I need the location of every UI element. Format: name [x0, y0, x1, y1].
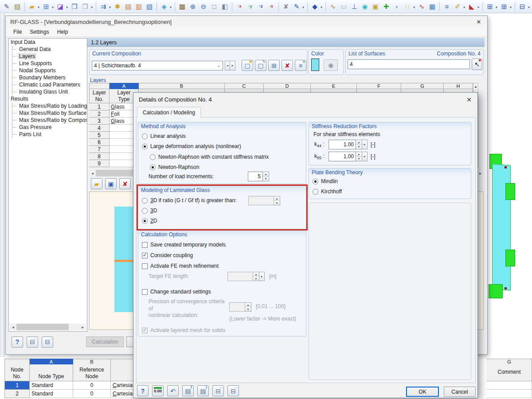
surfaces-input[interactable]: 4 — [348, 59, 470, 69]
sidebar-item-general-data[interactable]: General Data — [12, 46, 87, 53]
column-letter-cell[interactable]: E — [311, 83, 357, 89]
ratio-spinner[interactable]: ▲▼ — [274, 196, 280, 205]
save-layers-button[interactable]: ▣ — [105, 178, 117, 189]
color-palette-button[interactable]: ◉ — [324, 59, 338, 71]
copy-from-composition-button[interactable]: ▤↥ — [182, 385, 194, 396]
relations-icon[interactable]: ∿ — [328, 1, 338, 12]
sidebar-item-climatic-load-parameters[interactable]: Climatic Load Parameters — [12, 81, 87, 88]
scroll-left-icon[interactable]: ◂ — [10, 324, 16, 330]
sidebar-item-max-stress-ratio-by-surface[interactable]: Max Stress/Ratio by Surface — [12, 110, 87, 117]
layer-number-cell[interactable]: 4 — [89, 125, 110, 132]
sidebar-item-layers[interactable]: Layers — [12, 53, 87, 60]
composition-select[interactable]: 4 | Schichtenaufb. 4 ⌄ — [92, 61, 223, 70]
open-layers-button[interactable]: ▰ — [91, 178, 102, 189]
open-model-icon[interactable]: ▰▾ — [27, 1, 37, 12]
help-button[interactable]: ? — [137, 385, 149, 396]
node-number-cell[interactable]: 2 — [4, 390, 30, 398]
node-number-cell[interactable]: 1 — [4, 381, 30, 390]
layer-number-cell[interactable]: 2 — [89, 110, 110, 117]
window-next-icon[interactable]: ⊞▾ — [499, 1, 509, 12]
rotate-back-button[interactable]: ↶ — [167, 385, 179, 396]
copy-composition-button[interactable]: ⊞ — [268, 60, 280, 71]
copy-model-icon[interactable]: ❒▾ — [80, 1, 90, 12]
smooth-icon[interactable]: ◗ — [391, 1, 402, 12]
column-letter-cell[interactable]: B — [139, 83, 225, 89]
table-grid-icon[interactable]: ▦ — [427, 1, 438, 12]
new-composition-button[interactable]: ▢✱ — [242, 60, 253, 71]
tab-calculation-modeling[interactable]: Calculation / Modeling — [137, 107, 201, 117]
view-minus-x-icon[interactable]: -x — [266, 1, 277, 12]
solid-view-icon[interactable]: ◧ — [219, 1, 230, 12]
view-x-icon[interactable]: ↑x — [234, 1, 245, 12]
composition-prev-button[interactable]: ◂ — [225, 61, 230, 70]
node-cell[interactable]: Standard — [30, 381, 73, 390]
k55-spinner[interactable]: ▲▼ — [356, 152, 362, 161]
mesh-quad-icon[interactable]: ▤ — [123, 1, 133, 12]
precision-spinner[interactable]: ▲▼ — [245, 302, 251, 312]
nav-section-results[interactable]: Results — [9, 95, 87, 102]
node-cell[interactable]: Standard — [30, 390, 73, 398]
print-graphic-icon[interactable]: ⊞▾ — [41, 1, 51, 12]
sidebar-item-line-supports[interactable]: Line Supports — [12, 60, 87, 67]
scroll-right-icon[interactable]: ▸ — [79, 324, 86, 330]
layer-number-cell[interactable]: 7 — [89, 146, 110, 153]
ratio-3d-radio[interactable] — [142, 198, 148, 203]
export-settings-button[interactable]: ⊟→ — [227, 385, 239, 396]
color-scale-icon[interactable]: ◣▾ — [466, 1, 477, 12]
column-letter-cell[interactable]: H — [444, 83, 473, 89]
edit-view-icon[interactable]: ✎▾ — [291, 1, 302, 12]
window-tile-icon[interactable]: ⊟▾ — [517, 1, 528, 12]
layer-number-cell[interactable]: 9 — [89, 160, 110, 167]
precision-input[interactable] — [229, 302, 245, 312]
linear-analysis-radio[interactable] — [142, 133, 148, 139]
scroll-left-icon[interactable]: ◂ — [89, 170, 96, 176]
units-button[interactable]: 0.00 — [152, 385, 164, 396]
kirchhoff-radio[interactable] — [313, 189, 318, 195]
solid-drop-icon[interactable]: ◈▾ — [159, 1, 169, 12]
change-standard-settings-checkbox[interactable] — [142, 289, 148, 295]
newton-raphson-constant-radio[interactable] — [150, 154, 156, 160]
zoom-out-icon[interactable]: ⊖ — [198, 1, 209, 12]
column-letter-cell[interactable]: C — [225, 83, 264, 89]
display-properties-icon[interactable]: ◪▾ — [55, 1, 66, 12]
layer-number-cell[interactable]: 6 — [89, 139, 110, 146]
snap-settings-icon[interactable]: ▨ — [12, 1, 23, 12]
surface-book-icon[interactable]: ▧ — [144, 1, 155, 12]
view-z-icon[interactable]: ↑z — [255, 1, 266, 12]
k44-input[interactable]: 1.00 — [329, 140, 356, 149]
consider-coupling-checkbox[interactable] — [142, 253, 148, 258]
zoom-in-icon[interactable]: ⊕ — [188, 1, 198, 12]
panel-grid-icon[interactable]: ∷▾ — [402, 1, 413, 12]
mesh-refine-icon[interactable]: ▥ — [133, 1, 144, 12]
sidebar-item-insulating-glass-unit[interactable]: Insulating Glass Unit — [12, 88, 87, 95]
new-node-icon[interactable]: ✱ — [112, 1, 123, 12]
cut-view-icon[interactable]: ✘ — [281, 1, 291, 12]
diagram-wave-icon[interactable]: ∿ — [416, 1, 427, 12]
composition-next-button[interactable]: ▸ — [230, 61, 235, 70]
help-button[interactable]: ? — [12, 336, 23, 348]
layer-number-cell[interactable]: 1 — [89, 103, 110, 110]
increments-spinner[interactable]: ▲▼ — [263, 172, 269, 181]
menu-settings[interactable]: Settings — [26, 28, 53, 36]
cancel-button[interactable]: Cancel — [444, 387, 476, 397]
layer-number-cell[interactable]: 3 — [89, 117, 110, 125]
color-box-icon[interactable]: ▣ — [370, 1, 381, 12]
dialog-close-button[interactable]: ✕ — [462, 94, 476, 105]
rename-composition-button[interactable]: ▢✎ — [255, 60, 266, 71]
navigator-hscrollbar[interactable]: ◂▸ — [10, 324, 86, 330]
delete-composition-button[interactable]: ✘ — [282, 60, 293, 71]
k44-spinner[interactable]: ▲▼ — [356, 140, 362, 149]
layer-number-cell[interactable]: 8 — [89, 153, 110, 160]
node-cell[interactable]: 0 — [73, 390, 111, 398]
menu-file[interactable]: File — [9, 28, 26, 36]
window-titlebar[interactable]: RF-GLASS - [Verbundglasmodellierung_Bere… — [6, 16, 487, 27]
k55-input[interactable]: 1.00 — [329, 152, 356, 161]
sidebar-item-nodal-supports[interactable]: Nodal Supports — [12, 67, 87, 74]
copy-to-composition-button[interactable]: ▤↧ — [197, 385, 209, 396]
comment-cell[interactable] — [487, 390, 532, 398]
column-letter-cell[interactable]: F — [357, 83, 401, 89]
sidebar-item-max-stress-ratio-by-loading[interactable]: Max Stress/Ratio by Loading — [12, 102, 87, 110]
newton-raphson-radio[interactable] — [150, 164, 156, 170]
eraser-icon[interactable]: ▭ — [338, 1, 349, 12]
nav-section-input-data[interactable]: Input Data — [9, 39, 87, 46]
